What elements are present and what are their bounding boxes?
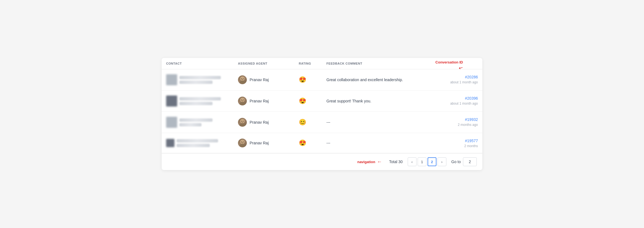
col-header-contact: CONTACT <box>162 58 234 69</box>
pagination-controls: ‹ 1 2 › <box>408 157 446 166</box>
agent-name: Pranav Raj <box>250 141 269 145</box>
navigation-label: navigation <box>357 160 375 164</box>
conv-time: about 1 month ago <box>437 102 478 105</box>
conv-cell: #20396 about 1 month ago <box>433 91 482 112</box>
svg-point-15 <box>243 142 244 142</box>
conv-time: about 1 month ago <box>437 80 478 84</box>
feedback-table: CONTACT ASSIGNED AGENT RATING FEEDBACK C… <box>162 58 482 153</box>
header-row: CONTACT ASSIGNED AGENT RATING FEEDBACK C… <box>162 58 482 69</box>
conv-id-annotation-label: Conversation ID <box>435 60 463 64</box>
table-header: CONTACT ASSIGNED AGENT RATING FEEDBACK C… <box>162 58 482 69</box>
next-page-button[interactable]: › <box>438 157 446 166</box>
conv-time: 2 months ago <box>437 123 478 127</box>
rating-cell: 😊 <box>294 112 322 133</box>
feedback-text: Great support! Thank you. <box>326 99 371 103</box>
agent-content: Pranav Raj <box>238 97 290 105</box>
navigation-arrow-icon: ← <box>377 159 382 165</box>
contact-avatar-blur <box>166 74 177 85</box>
svg-point-2 <box>241 78 242 79</box>
agent-cell: Pranav Raj <box>234 133 294 153</box>
contact-cell <box>162 91 234 112</box>
svg-point-13 <box>240 144 245 147</box>
svg-point-6 <box>241 100 242 100</box>
agent-content: Pranav Raj <box>238 118 290 127</box>
agent-face-icon <box>239 139 246 147</box>
feedback-cell: --- <box>322 112 433 133</box>
agent-cell: Pranav Raj <box>234 91 294 112</box>
svg-point-9 <box>240 123 245 126</box>
contact-content <box>166 74 229 85</box>
contact-detail-blur <box>177 144 210 147</box>
agent-face-icon <box>239 76 246 84</box>
avatar <box>238 139 247 147</box>
agent-name: Pranav Raj <box>250 78 269 82</box>
conv-id-link[interactable]: #19932 <box>465 117 478 122</box>
main-container: Conversation ID ↙ CONTACT ASSIGNED AGENT… <box>162 58 482 170</box>
agent-cell: Pranav Raj <box>234 69 294 91</box>
svg-point-4 <box>240 98 245 102</box>
agent-cell: Pranav Raj <box>234 112 294 133</box>
col-header-feedback: FEEDBACK COMMENT <box>322 58 433 69</box>
page-1-button[interactable]: 1 <box>418 157 426 166</box>
conv-id-annotation: Conversation ID ↙ <box>435 60 463 71</box>
col-header-rating: RATING <box>294 58 322 69</box>
contact-avatar-blur <box>166 139 174 147</box>
feedback-cell: Great collaboration and excellent leader… <box>322 69 433 91</box>
table-row: Pranav Raj 😍 Great collaboration and exc… <box>162 69 482 91</box>
navigation-annotation: navigation ← <box>357 159 382 165</box>
rating-cell: 😍 <box>294 69 322 91</box>
contact-lines <box>179 76 221 84</box>
contact-content <box>166 117 229 128</box>
table-row: Pranav Raj 😍 Great support! Thank you. #… <box>162 91 482 112</box>
rating-emoji: 😍 <box>299 76 306 83</box>
page-2-button[interactable]: 2 <box>428 157 436 166</box>
contact-content <box>166 96 229 107</box>
svg-point-1 <box>240 81 245 84</box>
contact-content <box>166 139 229 147</box>
contact-name-blur <box>179 118 213 122</box>
agent-face-icon <box>239 97 246 105</box>
avatar <box>238 118 247 127</box>
contact-cell <box>162 69 234 91</box>
prev-page-button[interactable]: ‹ <box>408 157 417 166</box>
agent-name: Pranav Raj <box>250 99 269 103</box>
agent-name: Pranav Raj <box>250 120 269 124</box>
svg-point-0 <box>240 76 245 81</box>
conv-cell: #19932 2 months ago <box>433 112 482 133</box>
agent-content: Pranav Raj <box>238 139 290 147</box>
contact-cell <box>162 112 234 133</box>
conv-time: 2 months <box>437 144 478 148</box>
rating-emoji: 😊 <box>299 119 306 126</box>
rating-emoji: 😍 <box>299 139 306 146</box>
contact-detail-blur <box>179 102 213 105</box>
conv-id-link[interactable]: #20396 <box>465 96 478 100</box>
table-row: Pranav Raj 😍 --- #19577 2 months <box>162 133 482 153</box>
conv-id-link[interactable]: #20286 <box>465 75 478 79</box>
contact-avatar-blur <box>166 96 177 107</box>
svg-point-3 <box>243 78 244 79</box>
avatar <box>238 97 247 105</box>
feedback-cell: Great support! Thank you. <box>322 91 433 112</box>
svg-point-5 <box>240 102 245 105</box>
svg-point-11 <box>243 121 244 121</box>
contact-cell <box>162 133 234 153</box>
contact-detail-blur <box>179 81 213 84</box>
goto-input[interactable] <box>463 157 477 166</box>
feedback-text: --- <box>326 141 330 145</box>
table-body: Pranav Raj 😍 Great collaboration and exc… <box>162 69 482 153</box>
col-header-agent: ASSIGNED AGENT <box>234 58 294 69</box>
contact-detail-blur <box>179 123 201 126</box>
contact-name-blur <box>177 139 218 142</box>
footer: navigation ← Total 30 ‹ 1 2 › Go to <box>162 153 482 170</box>
contact-lines <box>177 139 218 147</box>
rating-emoji: 😍 <box>299 97 306 104</box>
goto-label: Go to <box>451 160 461 164</box>
feedback-text: Great collaboration and excellent leader… <box>326 78 403 82</box>
svg-point-14 <box>241 142 242 142</box>
conv-id-link[interactable]: #19577 <box>465 139 478 143</box>
table-row: Pranav Raj 😊 --- #19932 2 months ago <box>162 112 482 133</box>
goto-section: Go to <box>451 157 477 166</box>
contact-lines <box>179 97 221 105</box>
svg-point-12 <box>240 140 245 144</box>
feedback-cell: --- <box>322 133 433 153</box>
